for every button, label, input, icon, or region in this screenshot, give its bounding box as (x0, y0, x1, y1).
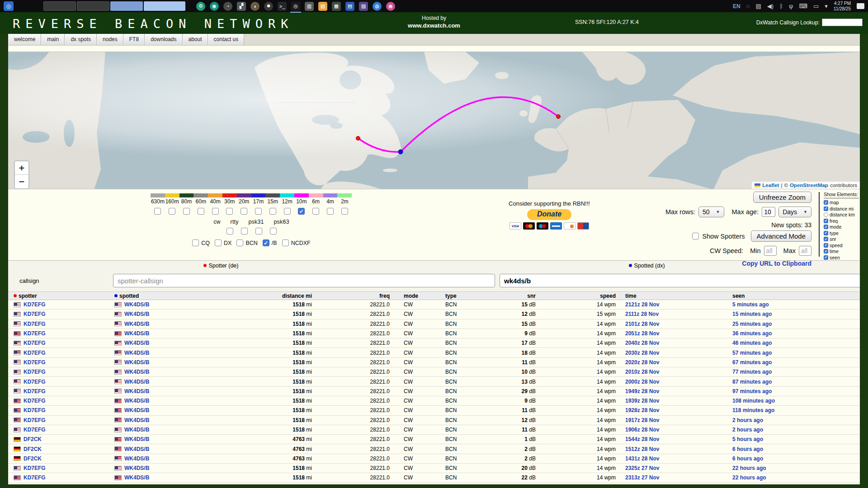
screen-recorder-icon[interactable]: ◉ (210, 2, 219, 11)
spotter-callsign-link[interactable]: KD7EFG (24, 369, 46, 375)
rbn-app-icon[interactable]: ◎ (291, 2, 300, 11)
spotter-callsign-link[interactable]: KD7EFG (24, 379, 46, 385)
advanced-mode-button[interactable]: Advanced Mode (751, 230, 811, 242)
cw-max-input[interactable] (799, 246, 811, 256)
window-button[interactable] (77, 1, 109, 11)
spotter-callsign-link[interactable]: DF2CK (24, 455, 42, 462)
show-element-checkbox[interactable] (824, 231, 828, 235)
spotted-callsign-link[interactable]: WK4DS/B (124, 311, 149, 317)
spotter-callsign-link[interactable]: KD7EFG (24, 311, 46, 317)
max-age-unit-select[interactable]: Days▼ (778, 206, 811, 217)
media-player-icon[interactable]: ◉ (386, 2, 395, 11)
leaflet-link[interactable]: Leaflet (762, 183, 779, 188)
spotter-callsign-link[interactable]: KD7EFG (24, 465, 46, 471)
files-icon[interactable]: ▧ (318, 2, 327, 11)
nav-tab[interactable]: about (183, 34, 208, 45)
band-checkbox[interactable] (183, 208, 190, 215)
spotted-callsign-input[interactable] (500, 274, 860, 287)
window-button[interactable] (144, 1, 185, 11)
show-element-checkbox[interactable] (824, 249, 828, 253)
terminal-icon[interactable]: >_ (278, 2, 287, 11)
band-checkbox[interactable] (341, 208, 348, 215)
tweaks-wrench-icon[interactable]: ⚙ (196, 2, 205, 11)
spotted-callsign-link[interactable]: WK4DS/B (124, 330, 149, 337)
show-element-checkbox[interactable] (824, 206, 828, 211)
show-element-checkbox[interactable] (824, 225, 828, 229)
nav-tab[interactable]: welcome (8, 34, 41, 45)
filter-checkbox[interactable] (236, 239, 243, 246)
unfreeze-zoom-button[interactable]: Unfreeze Zoom (753, 192, 811, 203)
nav-tab[interactable]: contact us (208, 34, 245, 45)
writer-document-icon[interactable]: ▤ (345, 2, 354, 11)
spotted-callsign-link[interactable]: WK4DS/B (124, 301, 149, 308)
max-age-input[interactable] (762, 207, 775, 217)
filter-checkbox[interactable] (192, 239, 199, 246)
band-checkbox[interactable] (284, 208, 291, 215)
nav-tab[interactable]: FT8 (123, 34, 145, 45)
spotter-callsign-link[interactable]: KD7EFG (24, 301, 46, 308)
filter-checkbox[interactable] (282, 239, 289, 246)
nav-tab[interactable]: main (41, 34, 65, 45)
spotter-callsign-link[interactable]: KD7EFG (24, 398, 46, 404)
obs-studio-icon[interactable]: ◔ (223, 2, 232, 11)
filter-checkbox[interactable] (215, 239, 222, 246)
spotter-callsign-link[interactable]: KD7EFG (24, 359, 46, 366)
show-spotters-checkbox[interactable] (692, 233, 699, 239)
band-checkbox[interactable] (226, 208, 233, 215)
show-element-checkbox[interactable] (824, 237, 828, 241)
mode-checkbox[interactable] (241, 228, 248, 235)
keyboard-icon[interactable]: ⌨ (799, 3, 807, 9)
mode-checkbox[interactable] (226, 228, 233, 235)
copy-url-link[interactable]: Copy URL to Clipboard (742, 260, 811, 267)
max-rows-select[interactable]: 50▼ (698, 206, 724, 217)
terminal-tray-icon[interactable]: ▭ (813, 3, 819, 9)
band-checkbox[interactable] (154, 208, 161, 215)
spotted-callsign-link[interactable]: WK4DS/B (124, 369, 149, 375)
band-checkbox[interactable] (212, 208, 219, 215)
filter-checkbox[interactable] (263, 239, 269, 246)
spot-map[interactable]: + − Leaflet | © OpenStreetMap contributo… (8, 52, 860, 189)
spotted-callsign-link[interactable]: WK4DS/B (124, 465, 149, 471)
package-manager-icon[interactable]: ▥ (305, 2, 314, 11)
band-checkbox[interactable] (255, 208, 262, 215)
spotter-callsign-link[interactable]: DF2CK (24, 436, 42, 442)
spotter-callsign-link[interactable]: KD7EFG (24, 388, 46, 394)
spotter-callsign-input[interactable] (113, 274, 495, 287)
color-wheel-icon[interactable]: ✹ (264, 2, 273, 11)
band-checkbox[interactable] (198, 208, 204, 215)
spotted-callsign-link[interactable]: WK4DS/B (124, 379, 149, 385)
spotter-callsign-link[interactable]: KD7EFG (24, 407, 46, 413)
osm-link[interactable]: OpenStreetMap (790, 183, 828, 188)
calculator-icon[interactable]: ▦ (332, 2, 341, 11)
image-viewer-icon[interactable]: ▨ (359, 2, 368, 11)
spotter-callsign-link[interactable]: KD7EFG (24, 340, 46, 346)
show-element-checkbox[interactable] (824, 200, 828, 205)
show-element-checkbox[interactable] (824, 255, 828, 260)
band-checkbox[interactable] (241, 208, 247, 215)
spotted-callsign-link[interactable]: WK4DS/B (124, 359, 149, 366)
system-menu-icon[interactable]: ◎ (4, 1, 14, 11)
spotter-callsign-link[interactable]: KD7EFG (24, 474, 46, 481)
spotted-callsign-link[interactable]: WK4DS/B (124, 350, 149, 356)
clock[interactable]: 4:27 PM 11/28/25 (834, 1, 851, 11)
spotted-callsign-link[interactable]: WK4DS/B (124, 388, 149, 394)
chevron-down-icon[interactable]: ▾ (825, 3, 828, 9)
spotted-callsign-link[interactable]: WK4DS/B (124, 407, 149, 413)
show-element-checkbox[interactable] (824, 219, 828, 223)
notifications-icon[interactable] (857, 3, 864, 9)
cw-min-input[interactable] (764, 246, 777, 256)
bluetooth-icon[interactable]: ᛒ (779, 3, 783, 9)
spotter-callsign-link[interactable]: DF2CK (24, 446, 42, 452)
nav-tab[interactable]: dx spots (65, 34, 97, 45)
spotted-callsign-link[interactable]: WK4DS/B (124, 321, 149, 327)
mode-checkbox[interactable] (270, 228, 277, 235)
spotter-callsign-link[interactable]: KD7EFG (24, 427, 46, 433)
band-checkbox[interactable] (269, 208, 276, 215)
band-checkbox[interactable] (312, 208, 319, 215)
zoom-in-button[interactable]: + (15, 161, 28, 175)
spotter-callsign-link[interactable]: KD7EFG (24, 350, 46, 356)
spotted-callsign-link[interactable]: WK4DS/B (124, 474, 149, 481)
zoom-out-button[interactable]: − (15, 175, 28, 188)
gimp-icon[interactable]: ◖ (250, 2, 259, 11)
spotted-callsign-link[interactable]: WK4DS/B (124, 446, 149, 452)
